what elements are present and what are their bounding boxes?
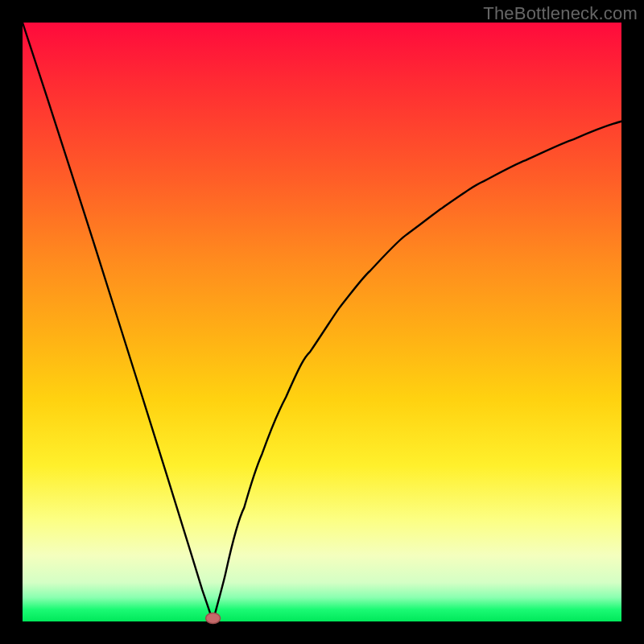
curve-group — [23, 23, 621, 624]
optimum-marker — [206, 613, 221, 624]
chart-frame: TheBottleneck.com — [0, 0, 644, 644]
curve-right-branch — [213, 122, 621, 621]
bottleneck-curve — [23, 23, 621, 621]
watermark-text: TheBottleneck.com — [483, 3, 638, 24]
curve-left-branch — [23, 23, 213, 621]
